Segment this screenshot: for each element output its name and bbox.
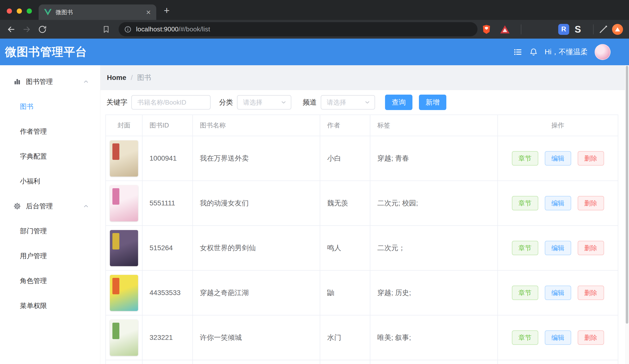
browser-nav-bar: localhost:9000/#/book/list 1 R S — [0, 20, 629, 39]
edit-button[interactable]: 编辑 — [545, 196, 571, 210]
address-bar[interactable]: localhost:9000/#/book/list — [119, 22, 477, 36]
sidebar-item[interactable]: 小福利 — [0, 169, 100, 194]
sidebar-item[interactable]: 角色管理 — [0, 269, 100, 293]
table-row: 1000941 我在万界送外卖 小白 穿越; 青春 章节编辑删除 — [106, 136, 618, 181]
keyword-label: 关键字 — [106, 97, 127, 107]
site-info-icon[interactable] — [124, 26, 132, 33]
sidebar-group-header[interactable]: 后台管理 — [0, 194, 100, 219]
book-tags-cell: 穿越; 青春 — [370, 136, 498, 181]
sidebar-group-label: 后台管理 — [26, 202, 53, 211]
delete-button[interactable]: 删除 — [578, 285, 604, 300]
tab-title: 微图书 — [56, 8, 146, 16]
book-author-cell: 小白 — [320, 136, 370, 181]
add-button[interactable]: 新增 — [419, 94, 446, 110]
book-id-cell: 515264 — [142, 226, 193, 271]
table-header-row: 封面图书ID图书名称作者标签操作 — [106, 115, 618, 136]
chapters-button[interactable]: 章节 — [512, 196, 538, 210]
traffic-lights — [7, 8, 32, 14]
page-scrollbar-thumb[interactable] — [626, 66, 628, 324]
book-id-cell: 5551111 — [142, 181, 193, 226]
breadcrumb-home-link[interactable]: Home — [107, 74, 126, 82]
book-cover-accent — [112, 278, 119, 294]
toolbar-divider — [593, 24, 594, 34]
edit-button[interactable]: 编辑 — [545, 285, 571, 300]
edit-button[interactable]: 编辑 — [545, 330, 571, 345]
browser-tab[interactable]: 微图书 × — [39, 4, 156, 20]
chapters-button[interactable]: 章节 — [512, 330, 538, 345]
window-minimize-button[interactable] — [17, 8, 22, 14]
delete-button[interactable]: 删除 — [578, 151, 604, 166]
book-name-cell: 女权世界的男剑仙 — [193, 226, 320, 271]
book-actions-cell: 章节编辑删除 — [498, 181, 618, 226]
book-author-cell: 魏无羡 — [320, 181, 370, 226]
sidebar-item[interactable]: 字典配置 — [0, 144, 100, 169]
sidebar-item[interactable]: 部门管理 — [0, 219, 100, 244]
sidebar-group: 图书管理 图书作者管理字典配置小福利 — [0, 69, 100, 194]
book-name-cell: 穿越之奇葩江湖 — [193, 271, 320, 315]
window-zoom-button[interactable] — [27, 8, 32, 14]
breadcrumb-separator: / — [131, 74, 133, 82]
window-close-button[interactable] — [7, 8, 12, 14]
book-cover-cell — [106, 315, 142, 360]
delete-button[interactable]: 删除 — [578, 241, 604, 255]
sidebar-group: 后台管理 部门管理用户管理角色管理菜单权限 — [0, 194, 100, 318]
extension-s-icon[interactable]: S — [575, 24, 581, 35]
book-cover-image — [110, 140, 138, 177]
category-select[interactable]: 请选择 — [237, 95, 291, 109]
book-actions-cell: 章节编辑删除 — [498, 226, 618, 271]
customize-icon[interactable] — [599, 25, 608, 34]
edit-button[interactable]: 编辑 — [545, 151, 571, 166]
profile-icon[interactable] — [612, 24, 623, 35]
url-text: localhost:9000/#/book/list — [136, 25, 210, 33]
table-row: 323221 许你一笑倾城 水门 唯美; 叙事; 章节编辑删除 — [106, 315, 618, 360]
book-cover-image — [110, 275, 138, 311]
url-path: /#/book/list — [178, 25, 210, 33]
chevron-down-icon — [280, 99, 287, 105]
book-name-cell: 我的动漫女友们 — [193, 181, 320, 226]
sidebar-group-header[interactable]: 图书管理 — [0, 69, 100, 94]
sidebar-item[interactable]: 菜单权限 — [0, 293, 100, 318]
content-area: Home / 图书 关键字 分类 请选择 频道 请选择 — [100, 65, 629, 364]
book-table: 封面图书ID图书名称作者标签操作 1000941 我在万界送外卖 小白 穿越; … — [105, 114, 618, 364]
book-author-cell: 水门 — [320, 315, 370, 360]
table-row: 44353533 穿越之奇葩江湖 鼬 穿越; 历史; 章节编辑删除 — [106, 271, 618, 315]
sidebar-item[interactable]: 用户管理 — [0, 244, 100, 269]
book-tags-cell: 二次元; 校园; — [370, 181, 498, 226]
delete-button[interactable]: 删除 — [578, 196, 604, 210]
book-id-cell: 323221 — [142, 315, 193, 360]
book-actions-cell: 章节编辑删除 — [498, 360, 618, 364]
sidebar-item[interactable]: 图书 — [0, 94, 100, 119]
chapters-button[interactable]: 章节 — [512, 285, 538, 300]
sidebar-item[interactable]: 作者管理 — [0, 119, 100, 144]
delete-button[interactable]: 删除 — [578, 330, 604, 345]
main-area: 图书管理 图书作者管理字典配置小福利 后台管理 部门管理用户管理角色管理菜单权限… — [0, 65, 629, 364]
list-menu-icon[interactable] — [513, 48, 522, 57]
brave-shield-icon[interactable] — [482, 24, 491, 34]
column-header: 操作 — [498, 115, 618, 136]
extension-r-icon[interactable]: R — [558, 24, 569, 35]
book-author-cell — [320, 360, 370, 364]
forward-button[interactable] — [22, 25, 31, 34]
edit-button[interactable]: 编辑 — [545, 241, 571, 255]
new-tab-button[interactable]: + — [161, 5, 172, 15]
chapters-button[interactable]: 章节 — [512, 151, 538, 166]
search-button[interactable]: 查询 — [385, 94, 412, 110]
tab-close-icon[interactable]: × — [146, 8, 151, 16]
category-label: 分类 — [219, 97, 233, 107]
breadcrumb: Home / 图书 — [100, 65, 629, 90]
book-id-cell — [142, 360, 193, 364]
user-avatar[interactable] — [595, 44, 611, 60]
reload-button[interactable] — [38, 25, 47, 34]
breadcrumb-current: 图书 — [137, 73, 151, 83]
url-host: localhost:9000 — [136, 25, 178, 33]
channel-select[interactable]: 请选择 — [321, 95, 375, 109]
back-button[interactable] — [6, 25, 16, 34]
keyword-input[interactable] — [131, 95, 211, 109]
chapters-button[interactable]: 章节 — [512, 241, 538, 255]
book-id-cell: 1000941 — [142, 136, 193, 181]
chevron-up-icon — [83, 203, 89, 209]
book-tags-cell: 唯美; 叙事; — [370, 315, 498, 360]
bell-icon[interactable] — [529, 48, 538, 56]
sidebar-menu: 图书管理 图书作者管理字典配置小福利 后台管理 部门管理用户管理角色管理菜单权限 — [0, 65, 100, 364]
bookmark-icon[interactable] — [102, 25, 110, 33]
